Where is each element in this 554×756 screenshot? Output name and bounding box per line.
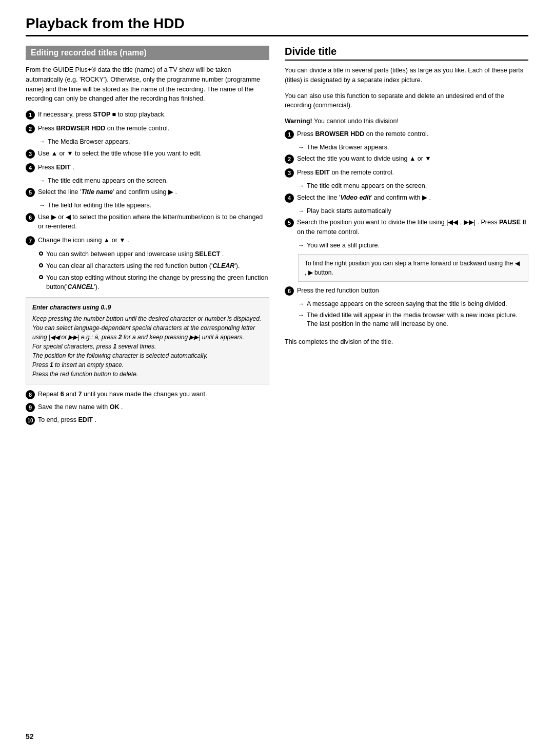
step-num-9: 9	[26, 403, 35, 412]
right-step-6-arrow-2: → The divided title will appear in the m…	[298, 311, 528, 329]
left-intro: From the GUIDE Plus+® data the title (na…	[26, 65, 269, 104]
right-step-1-arrow-text: The Media Browser appears.	[307, 143, 389, 152]
right-step-6: 6 Press the red function button	[285, 286, 528, 296]
right-step-3: 3 Press EDIT on the remote control.	[285, 168, 528, 178]
right-step-2-content: Select the title you want to divide usin…	[297, 154, 528, 164]
right-step-6-arrow-2-text: The divided title will appear in the med…	[307, 311, 528, 329]
right-conclusion: This completes the division of the title…	[285, 337, 528, 347]
note-line-3: The position for the following character…	[32, 351, 263, 360]
note-title: Enter characters using 0..9	[32, 303, 263, 312]
note-line-1: Keep pressing the number button until th…	[32, 314, 263, 342]
arrow-icon-5: →	[39, 201, 45, 210]
left-section-header: Editing recorded titles (name)	[26, 46, 269, 60]
right-step-5: 5 Search the position you want to divide…	[285, 218, 528, 237]
step-4-arrow-text: The title edit menu appears on the scree…	[48, 177, 168, 186]
right-step-5-arrow-text: You will see a still picture.	[307, 241, 380, 250]
info-box-text: To find the right position you can step …	[305, 260, 520, 276]
step-9: 9 Save the new name with OK .	[26, 402, 269, 412]
bullet-icon-2	[39, 263, 43, 267]
step-7-bullet-2: You can clear all characters using the r…	[39, 261, 269, 271]
right-step-1-arrow: → The Media Browser appears.	[298, 143, 528, 152]
step-1-content: If necessary, press STOP ■ to stop playb…	[38, 110, 269, 120]
right-step-1-content: Press BROWSER HDD on the remote control.	[297, 129, 528, 139]
step-8-content: Repeat 6 and 7 until you have made the c…	[38, 390, 207, 399]
right-warning: Warning! You cannot undo this division!	[285, 117, 528, 126]
step-7-bullet-3: You can stop editing without storing the…	[39, 273, 269, 293]
note-box: Enter characters using 0..9 Keep pressin…	[26, 297, 269, 384]
note-line-4: Press 1 to insert an empty space.	[32, 360, 263, 370]
step-3: 3 Use ▲ or ▼ to select the title whose t…	[26, 149, 269, 159]
step-num-1: 1	[26, 110, 35, 120]
right-intro-1: You can divide a title in several parts …	[285, 66, 528, 85]
step-num-2: 2	[26, 124, 35, 133]
arrow-icon-4: →	[39, 177, 45, 185]
step-5-arrow-text: The field for editing the title appears.	[48, 201, 151, 210]
step-num-7: 7	[26, 236, 35, 245]
step-num-5: 5	[26, 188, 35, 197]
right-step-num-2: 2	[285, 154, 294, 164]
right-step-4: 4 Select the line 'Video edit' and confi…	[285, 193, 528, 203]
step-10: 10 To end, press EDIT .	[26, 415, 269, 425]
right-step-1: 1 Press BROWSER HDD on the remote contro…	[285, 129, 528, 139]
right-arrow-icon-6b: →	[298, 311, 304, 320]
bullet-icon-1	[39, 251, 43, 256]
right-step-4-arrow-text: Play back starts automatically	[307, 207, 391, 216]
step-3-content: Use ▲ or ▼ to select the title whose tit…	[38, 149, 269, 159]
right-step-3-content: Press EDIT on the remote control.	[297, 168, 528, 178]
step-5-content: Select the line 'Title name' and confirm…	[38, 187, 269, 197]
step-10-content: To end, press EDIT .	[38, 415, 96, 425]
step-num-8: 8	[26, 390, 35, 399]
step-7-bullet-1-text: You can switch between upper and lowerca…	[46, 249, 224, 259]
step-num-4: 4	[26, 163, 35, 172]
step-2-arrow-text: The Media Browser appears.	[48, 138, 130, 147]
note-line-5: Press the red function button to delete.	[32, 370, 263, 379]
step-2-content: Press BROWSER HDD on the remote control.	[38, 124, 269, 133]
right-step-5-arrow: → You will see a still picture.	[298, 241, 528, 250]
step-4-content: Press EDIT .	[38, 163, 269, 172]
arrow-icon-2: →	[39, 138, 45, 146]
step-7: 7 Change the icon using ▲ or ▼ .	[26, 236, 269, 245]
step-5-arrow: → The field for editing the title appear…	[39, 201, 269, 210]
right-section-header: Divide title	[285, 46, 528, 61]
right-step-2: 2 Select the title you want to divide us…	[285, 154, 528, 164]
page-title: Playback from the HDD	[26, 15, 528, 36]
bullet-icon-3	[39, 275, 43, 279]
step-7-content: Change the icon using ▲ or ▼ .	[38, 236, 269, 245]
right-step-num-3: 3	[285, 168, 294, 178]
step-num-10: 10	[26, 416, 35, 425]
right-step-num-4: 4	[285, 193, 294, 203]
right-step-6-arrow-1: → A message appears on the screen saying…	[298, 300, 528, 309]
step-num-6: 6	[26, 213, 35, 222]
right-step-num-6: 6	[285, 286, 294, 296]
step-6: 6 Use ▶ or ◀ to select the position wher…	[26, 212, 269, 232]
right-column: Divide title You can divide a title in s…	[285, 46, 528, 428]
right-arrow-icon-3: →	[298, 182, 304, 190]
step-num-3: 3	[26, 149, 35, 159]
right-step-3-arrow: → The title edit menu appears on the scr…	[298, 182, 528, 191]
right-step-4-content: Select the line 'Video edit' and confirm…	[297, 193, 528, 203]
step-7-bullet-2-text: You can clear all characters using the r…	[46, 261, 240, 271]
left-column: Editing recorded titles (name) From the …	[26, 46, 269, 428]
right-step-num-5: 5	[285, 218, 294, 227]
step-8: 8 Repeat 6 and 7 until you have made the…	[26, 390, 269, 399]
step-6-content: Use ▶ or ◀ to select the position where …	[38, 212, 269, 232]
right-step-4-arrow: → Play back starts automatically	[298, 207, 528, 216]
step-7-bullet-3-text: You can stop editing without storing the…	[46, 273, 269, 293]
right-arrow-icon-1: →	[298, 143, 304, 152]
step-4-arrow: → The title edit menu appears on the scr…	[39, 177, 269, 186]
right-step-6-content: Press the red function button	[297, 286, 528, 296]
right-step-num-1: 1	[285, 130, 294, 139]
right-step-5-content: Search the position you want to divide t…	[297, 218, 528, 237]
step-9-content: Save the new name with OK .	[38, 402, 123, 412]
step-1: 1 If necessary, press STOP ■ to stop pla…	[26, 110, 269, 120]
step-2: 2 Press BROWSER HDD on the remote contro…	[26, 124, 269, 133]
right-arrow-icon-5: →	[298, 241, 304, 250]
step-2-arrow: → The Media Browser appears.	[39, 138, 269, 147]
step-4: 4 Press EDIT .	[26, 163, 269, 172]
page-number: 52	[26, 732, 34, 741]
info-box: To find the right position you can step …	[298, 254, 528, 282]
step-7-bullet-1: You can switch between upper and lowerca…	[39, 249, 269, 259]
right-intro-2: You can also use this function to separa…	[285, 91, 528, 111]
step-5: 5 Select the line 'Title name' and confi…	[26, 187, 269, 197]
right-step-6-arrow-1-text: A message appears on the screen saying t…	[307, 300, 507, 309]
